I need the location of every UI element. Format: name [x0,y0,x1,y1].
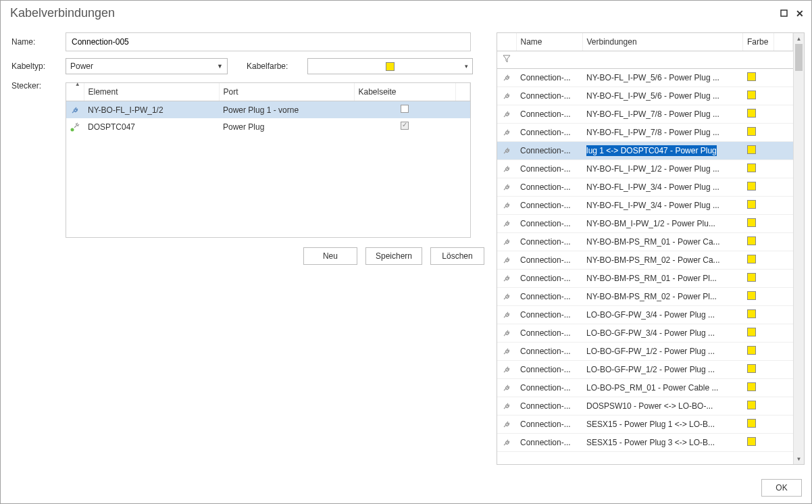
col-side[interactable]: Kabelseite [354,83,455,101]
filter-verb[interactable] [582,51,743,69]
plug-table[interactable]: ▲ Element Port Kabelseite NY-BO-FL_I-PW_… [66,82,471,238]
connection-row[interactable]: Connection-...SESX15 - Power Plug 3 <-> … [497,434,793,452]
svg-rect-6 [505,131,509,135]
scroll-down-icon[interactable]: ▼ [794,453,804,464]
connection-row[interactable]: Connection-...NY-BO-FL_I-PW_7/8 - Power … [497,105,793,124]
svg-rect-11 [505,222,509,226]
conn-name: Connection-... [516,343,582,361]
connection-row[interactable]: Connection-...NY-BO-FL_I-PW_7/8 - Power … [497,124,793,142]
connection-row[interactable]: Connection-...SESX15 - Power Plug 1 <-> … [497,415,793,434]
connection-row[interactable]: Connection-...NY-BO-FL_I-PW_1/2 - Power … [497,160,793,178]
conn-color [743,197,774,215]
svg-rect-0 [781,10,787,16]
col-port[interactable]: Port [219,83,354,101]
plug-element: NY-BO-FL_I-PW_1/2 [84,101,219,119]
conn-color [743,434,774,452]
connection-row[interactable]: Connection-...NY-BO-FL_I-PW_3/4 - Power … [497,197,793,215]
window-title: Kabelverbindungen [10,6,115,20]
scroll-thumb[interactable] [795,44,803,71]
conn-color [743,215,774,233]
conn-verb: SESX15 - Power Plug 1 <-> LO-B... [582,415,743,434]
connection-row[interactable]: Connection-...LO-BO-GF-PW_1/2 - Power Pl… [497,361,793,379]
cablecolor-select[interactable]: ▾ [307,58,473,74]
filter-row[interactable] [497,51,793,69]
plug-icon [497,178,516,197]
plug-icon [497,233,516,251]
speichern-button[interactable]: Speichern [365,247,422,265]
plug-row[interactable]: NY-BO-FL_I-PW_1/2Power Plug 1 - vorne [66,101,470,119]
plug-icon [497,105,516,124]
plug-icon [497,361,516,379]
col-name-header[interactable]: Name [516,33,582,51]
connection-table[interactable]: Name Verbindungen Farbe Connection-...NY… [497,32,805,465]
conn-verb: LO-BO-GF-PW_1/2 - Power Plug ... [582,361,743,379]
plug-side-checkbox[interactable] [354,101,455,119]
col-element[interactable]: Element [84,83,219,101]
connection-row[interactable]: Connection-...LO-BO-GF-PW_1/2 - Power Pl… [497,343,793,361]
plug-row[interactable]: DOSPTC047Power Plug [66,118,470,135]
conn-name: Connection-... [516,361,582,379]
plug-icon [497,87,516,105]
conn-verb: NY-BO-BM-PS_RM_01 - Power Ca... [582,233,743,251]
connection-row[interactable]: Connection-...LO-BO-PS_RM_01 - Power Cab… [497,379,793,397]
plug-icon [497,434,516,452]
filter-farbe[interactable] [743,51,774,69]
conn-verb: NY-BO-BM_I-PW_1/2 - Power Plu... [582,215,743,233]
conn-name: Connection-... [516,215,582,233]
connection-row[interactable]: Connection-...NY-BO-BM-PS_RM_01 - Power … [497,233,793,251]
connection-row[interactable]: Connection-...NY-BO-BM-PS_RM_01 - Power … [497,270,793,288]
connection-row[interactable]: Connection-...NY-BO-FL_I-PW_5/6 - Power … [497,69,793,87]
conn-name: Connection-... [516,124,582,142]
connection-row[interactable]: Connection-...LO-BO-GF-PW_3/4 - Power Pl… [497,324,793,343]
name-label: Name: [11,37,59,47]
plug-port: Power Plug [219,118,354,135]
scroll-track[interactable] [794,44,804,453]
ok-button[interactable]: OK [761,479,802,497]
sort-column[interactable]: ▲ [66,83,84,101]
col-verb-header[interactable]: Verbindungen [582,33,743,51]
connection-row[interactable]: Connection-...NY-BO-FL_I-PW_5/6 - Power … [497,87,793,105]
plug-label: Stecker: [11,81,59,91]
cabletype-select[interactable]: Power ▼ [66,58,228,74]
svg-rect-4 [505,95,509,99]
plug-side-checkbox[interactable] [354,118,455,135]
conn-color [743,288,774,306]
connection-row[interactable]: Connection-...NY-BO-FL_I-PW_3/4 - Power … [497,178,793,197]
connection-row[interactable]: Connection-...DOSPSW10 - Power <-> LO-BO… [497,397,793,415]
connection-row[interactable]: Connection-...NY-BO-BM-PS_RM_02 - Power … [497,288,793,306]
col-farbe-header[interactable]: Farbe [743,33,774,51]
plug-port: Power Plug 1 - vorne [219,101,354,119]
col-icon-header[interactable] [497,33,516,51]
conn-color [743,87,774,105]
conn-verb: SESX15 - Power Plug 3 <-> LO-B... [582,434,743,452]
conn-verb: NY-BO-FL_I-PW_5/6 - Power Plug ... [582,87,743,105]
conn-verb: NY-BO-BM-PS_RM_01 - Power Pl... [582,270,743,288]
connection-row[interactable]: Connection-...NY-BO-BM-PS_RM_02 - Power … [497,251,793,270]
cabletype-value: Power [70,61,93,71]
conn-name: Connection-... [516,178,582,197]
svg-rect-3 [505,76,509,80]
conn-color [743,142,774,160]
connection-row[interactable]: Connection-...NY-BO-BM_I-PW_1/2 - Power … [497,215,793,233]
plug-icon [497,397,516,415]
plug-element: DOSPTC047 [84,118,219,135]
plug-icon [497,215,516,233]
conn-name: Connection-... [516,434,582,452]
conn-color [743,397,774,415]
connection-row[interactable]: Connection-...LO-BO-GF-PW_3/4 - Power Pl… [497,306,793,324]
connection-row[interactable]: Connection-...lug 1 <-> DOSPTC047 - Powe… [497,142,793,160]
loeschen-button[interactable]: Löschen [430,247,484,265]
scroll-up-icon[interactable]: ▲ [794,33,804,44]
vertical-scrollbar[interactable]: ▲ ▼ [793,33,804,464]
name-input[interactable] [66,32,471,51]
conn-name: Connection-... [516,379,582,397]
svg-rect-12 [505,241,509,245]
close-icon[interactable]: ✕ [795,9,805,18]
color-swatch [386,62,395,71]
filter-icon[interactable] [497,51,516,69]
neu-button[interactable]: Neu [303,247,357,265]
svg-rect-18 [505,350,509,354]
filter-name[interactable] [516,51,582,69]
plug-icon [497,124,516,142]
maximize-icon[interactable] [779,9,788,18]
